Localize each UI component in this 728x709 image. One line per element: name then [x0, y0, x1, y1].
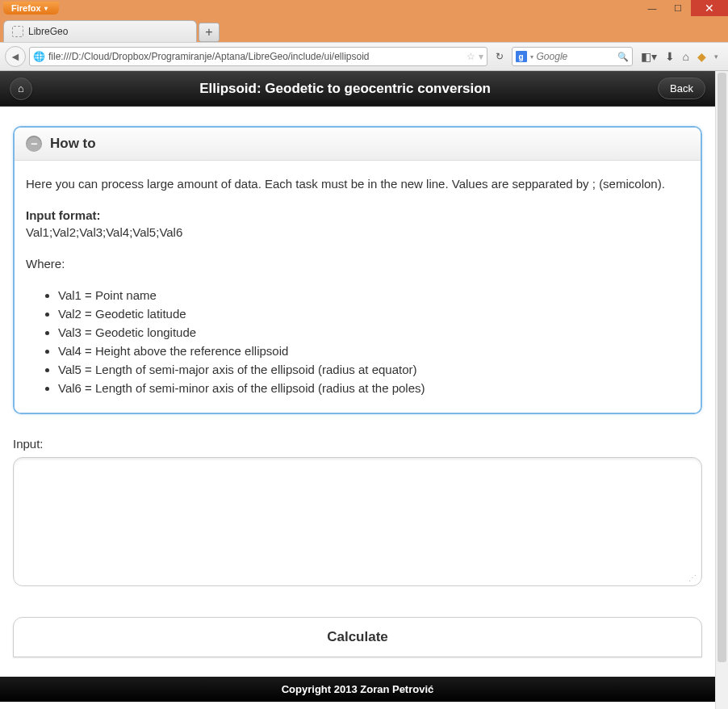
- window-titlebar: Firefox — ☐ ✕: [0, 0, 728, 16]
- bookmark-dropdown-icon[interactable]: ◧▾: [641, 50, 657, 63]
- calculate-button-wrap: Calculate: [13, 617, 702, 657]
- browser-tab[interactable]: LibreGeo: [3, 20, 197, 42]
- list-item: Val1 = Point name: [58, 287, 689, 304]
- content-body: − How to Here you can process large amou…: [0, 107, 715, 677]
- howto-header[interactable]: − How to: [15, 128, 701, 161]
- window-controls: — ☐ ✕: [639, 0, 728, 16]
- browser-back-button[interactable]: ◄: [5, 46, 26, 67]
- app-home-button[interactable]: ⌂: [10, 78, 32, 100]
- page: ⌂ Ellipsoid: Geodetic to geocentric conv…: [0, 71, 715, 709]
- format-value: Val1;Val2;Val3;Val4;Val5;Val6: [26, 225, 182, 239]
- collapse-icon: −: [26, 136, 42, 152]
- scrollbar-thumb[interactable]: [718, 73, 726, 662]
- list-item: Val5 = Length of semi-major axis of the …: [58, 361, 689, 378]
- reload-button[interactable]: ↻: [491, 48, 508, 65]
- url-input[interactable]: [48, 51, 463, 62]
- toolbar-icons: ◧▾ ⬇ ⌂ ◆ ▾: [636, 50, 723, 63]
- globe-icon: 🌐: [33, 51, 45, 62]
- navigation-bar: ◄ 🌐 ☆ ▾ ↻ g ▾ 🔍 ◧▾ ⬇ ⌂ ◆ ▾: [0, 42, 728, 71]
- app-footer: Copyright 2013 Zoran Petrović: [0, 677, 715, 702]
- google-icon: g: [516, 51, 527, 62]
- close-button[interactable]: ✕: [691, 0, 728, 16]
- input-textarea[interactable]: ⋰: [13, 457, 702, 586]
- howto-body: Here you can process large amount of dat…: [15, 161, 701, 413]
- input-label: Input:: [13, 437, 702, 451]
- list-item: Val3 = Geodetic longitude: [58, 324, 689, 341]
- where-label: Where:: [26, 255, 689, 272]
- howto-title: How to: [50, 136, 96, 152]
- home-icon[interactable]: ⌂: [683, 50, 689, 63]
- tab-strip: LibreGeo +: [0, 16, 728, 42]
- app-back-button[interactable]: Back: [658, 78, 705, 99]
- new-tab-button[interactable]: +: [199, 23, 220, 42]
- maximize-button[interactable]: ☐: [665, 0, 691, 16]
- tab-title: LibreGeo: [28, 26, 68, 37]
- howto-panel: − How to Here you can process large amou…: [13, 126, 702, 414]
- list-item: Val6 = Length of semi-minor axis of the …: [58, 380, 689, 396]
- resize-grip-icon[interactable]: ⋰: [688, 573, 697, 582]
- url-bar[interactable]: 🌐 ☆ ▾: [29, 47, 487, 66]
- list-item: Val2 = Geodetic latitude: [58, 305, 689, 322]
- addon-icon[interactable]: ◆: [697, 50, 706, 63]
- search-input[interactable]: [537, 51, 614, 62]
- firefox-menu-button[interactable]: Firefox: [3, 2, 59, 15]
- format-label: Input format:: [26, 208, 100, 222]
- calculate-button[interactable]: Calculate: [13, 617, 702, 657]
- app-header: ⌂ Ellipsoid: Geodetic to geocentric conv…: [0, 71, 715, 107]
- minimize-button[interactable]: —: [639, 0, 665, 16]
- content-wrap: ⌂ Ellipsoid: Geodetic to geocentric conv…: [0, 71, 728, 709]
- downloads-icon[interactable]: ⬇: [665, 50, 675, 63]
- list-item: Val4 = Height above the reference ellips…: [58, 342, 689, 359]
- search-dropdown-icon[interactable]: ▾: [530, 53, 533, 61]
- home-icon: ⌂: [18, 82, 24, 94]
- value-definitions-list: Val1 = Point name Val2 = Geodetic latitu…: [26, 287, 689, 396]
- scrollbar[interactable]: [715, 71, 728, 709]
- bookmark-star-icon[interactable]: ☆: [467, 51, 475, 62]
- search-icon[interactable]: 🔍: [617, 52, 629, 62]
- howto-intro: Here you can process large amount of dat…: [26, 175, 689, 192]
- url-dropdown-icon[interactable]: ▾: [479, 51, 483, 62]
- toolbar-dropdown-icon[interactable]: ▾: [714, 52, 718, 61]
- favicon-icon: [12, 26, 23, 37]
- search-box[interactable]: g ▾ 🔍: [512, 47, 633, 66]
- page-title: Ellipsoid: Geodetic to geocentric conver…: [32, 81, 658, 97]
